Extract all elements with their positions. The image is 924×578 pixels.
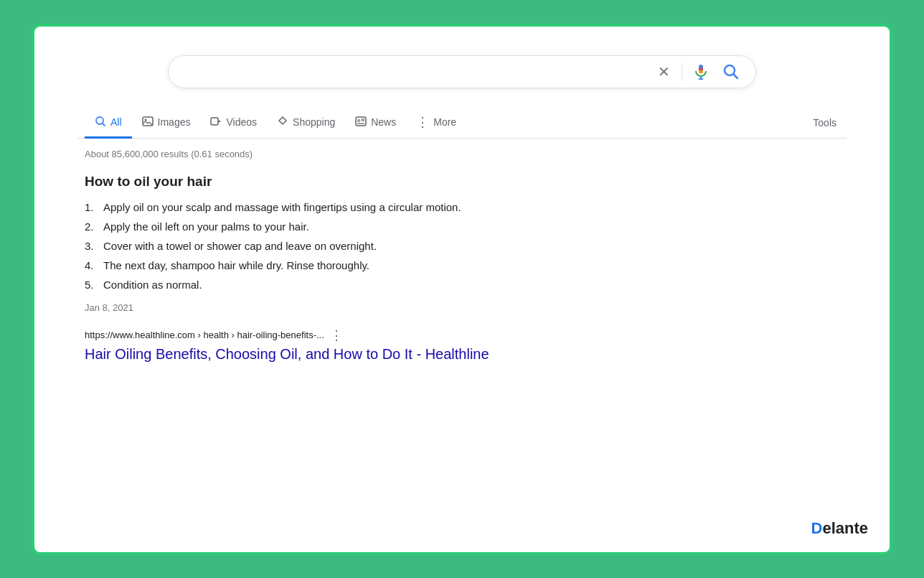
news-icon [355,116,367,129]
svg-point-10 [144,118,146,121]
tab-all[interactable]: All [85,108,132,139]
snippet-title: How to oil your hair [85,174,847,190]
tab-more[interactable]: ⋮ More [406,108,466,138]
result-title-link[interactable]: Hair Oiling Benefits, Choosing Oil, and … [85,346,489,362]
nav-tabs: All Images Videos [77,108,847,139]
branding-suffix: elante [822,519,868,537]
shopping-icon [277,116,288,129]
main-frame: how to apply oils to hair ✕ [32,24,892,555]
tools-button[interactable]: Tools [803,110,847,136]
tab-news-label: News [371,116,396,128]
tab-videos-label: Videos [226,116,257,128]
result-url-row: https://www.healthline.com › health › ha… [85,327,847,343]
list-item: 1. Apply oil on your scalp and massage w… [85,201,847,213]
search-bar-wrapper: how to apply oils to hair ✕ [77,55,847,88]
more-icon: ⋮ [416,116,429,129]
videos-icon [210,116,222,129]
clear-icon[interactable]: ✕ [658,63,670,80]
divider [682,63,682,80]
result-options-icon[interactable]: ⋮ [330,327,343,343]
svg-marker-12 [218,120,221,123]
featured-snippet: How to oil your hair 1. Apply oil on you… [77,174,847,313]
search-tab-icon [95,116,106,127]
list-item: 4. The next day, shampoo hair while dry.… [85,259,847,271]
tab-images[interactable]: Images [132,108,201,139]
svg-line-8 [103,123,105,126]
all-icon [95,116,106,129]
mic-button[interactable] [688,63,714,80]
search-button[interactable] [718,63,744,80]
search-icon [722,63,740,80]
results-count: About 85,600,000 results (0.61 seconds) [77,149,847,159]
images-icon [142,116,154,129]
tab-images-label: Images [158,116,191,128]
search-result-item: https://www.healthline.com › health › ha… [77,327,847,363]
list-item: 3. Cover with a towel or shower cap and … [85,240,847,252]
tab-videos[interactable]: Videos [200,108,267,139]
svg-rect-14 [357,119,360,122]
list-item: 2. Apply the oil left on your palms to y… [85,220,847,233]
snippet-list: 1. Apply oil on your scalp and massage w… [85,201,847,291]
result-url: https://www.healthline.com › health › ha… [85,330,324,340]
tab-all-label: All [110,116,122,128]
svg-line-6 [734,74,738,78]
tab-shopping-label: Shopping [293,116,335,128]
branding-d: D [811,519,823,537]
mic-icon [692,63,710,80]
list-item: 5. Condition as normal. [85,279,847,291]
tab-news[interactable]: News [345,108,406,139]
svg-rect-11 [211,118,218,125]
svg-rect-2 [699,70,703,73]
search-bar: how to apply oils to hair ✕ [168,55,756,88]
branding: Delante [811,519,868,538]
snippet-date: Jan 8, 2021 [85,302,847,313]
tab-shopping[interactable]: Shopping [267,108,345,139]
tab-more-label: More [433,116,456,128]
search-input[interactable]: how to apply oils to hair [180,64,658,79]
